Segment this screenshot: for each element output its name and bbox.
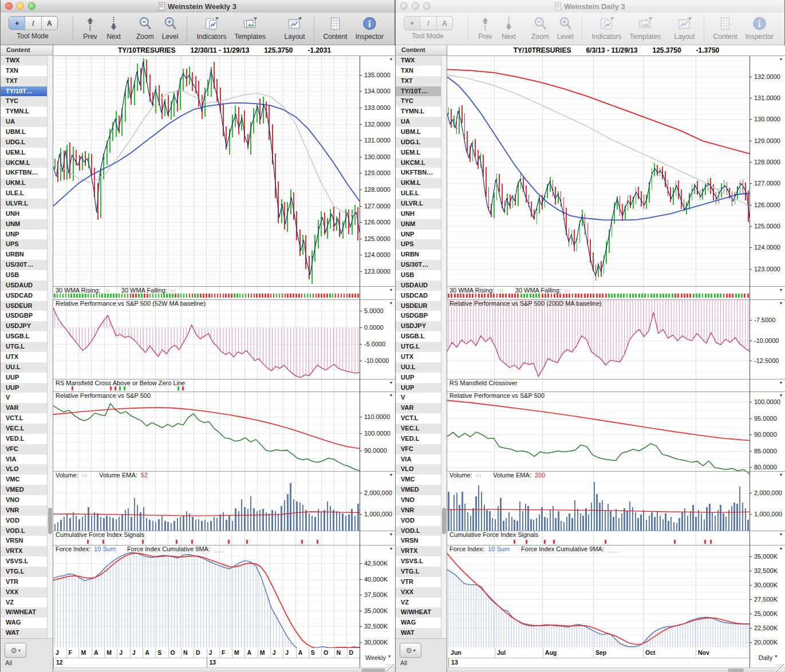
sidebar-item-wat[interactable]: WAT	[1, 628, 47, 638]
tool-line-segment[interactable]: /	[25, 17, 41, 30]
pane-options-arrow[interactable]: ▾	[780, 393, 782, 398]
sidebar-item-usgb-l[interactable]: USGB.L	[396, 331, 441, 342]
tool-crosshair-segment[interactable]: +	[404, 17, 420, 30]
sidebar-item-vod[interactable]: VOD	[1, 516, 47, 526]
sidebar-item-unp[interactable]: UNP	[396, 230, 441, 240]
sidebar-item-vnr[interactable]: VNR	[396, 505, 441, 516]
sidebar-item-ulvr-l[interactable]: ULVR.L	[396, 199, 441, 209]
sidebar-item-vz[interactable]: VZ	[1, 598, 47, 608]
sidebar-item-vz[interactable]: VZ	[396, 598, 441, 608]
prev-button[interactable]: Prev	[78, 15, 102, 45]
resize-grip[interactable]	[776, 664, 784, 671]
sidebar-item-ubm-l[interactable]: UBM.L	[396, 127, 441, 137]
sidebar-item-ua[interactable]: UA	[396, 117, 441, 127]
pane-options-arrow[interactable]: ▾	[390, 380, 392, 385]
sidebar-item-udg-l[interactable]: UDG.L	[1, 137, 47, 148]
sidebar-item-ukcm-l[interactable]: UKCM.L	[1, 158, 47, 168]
sidebar-item-wag[interactable]: WAG	[396, 618, 441, 628]
pane-options-arrow[interactable]: ▾	[780, 472, 782, 477]
sidebar-item-var[interactable]: VAR	[396, 403, 441, 413]
sidebar-item-v[interactable]: V	[1, 393, 47, 403]
sidebar-item-vtg-l[interactable]: VTG.L	[396, 567, 441, 577]
sidebar-item-us-30t-[interactable]: US/30T…	[396, 260, 441, 270]
templates-button[interactable]: Templates	[625, 15, 665, 45]
sidebar-item-vrsn[interactable]: VRSN	[396, 536, 441, 546]
indicators-button[interactable]: Indicators	[192, 15, 230, 45]
sidebar-item-vno[interactable]: VNO	[1, 495, 47, 505]
content-button[interactable]: Content	[319, 15, 352, 45]
sidebar-scrollbar[interactable]	[47, 56, 53, 638]
sidebar-item-ups[interactable]: UPS	[396, 239, 441, 250]
sidebar-item-via[interactable]: VIA	[1, 454, 47, 465]
sidebar-item-usb[interactable]: USB	[396, 270, 441, 280]
sidebar-item-vct-l[interactable]: VCT.L	[1, 413, 47, 424]
sidebar-item-vfc[interactable]: VFC	[1, 444, 47, 454]
sidebar-item-ty-10t-[interactable]: TY/10T…	[396, 86, 441, 97]
sidebar-item-vmc[interactable]: VMC	[396, 475, 441, 485]
sidebar-item-usdcad[interactable]: USDCAD	[396, 291, 441, 301]
sidebar-item-urbn[interactable]: URBN	[1, 250, 47, 260]
sidebar-item-unm[interactable]: UNM	[396, 219, 441, 230]
pane-options-arrow[interactable]: ▾	[390, 301, 392, 306]
sidebar-item-vct-l[interactable]: VCT.L	[396, 413, 441, 424]
sidebar-item-unh[interactable]: UNH	[396, 209, 441, 219]
sidebar-item-w-wheat[interactable]: W/WHEAT	[396, 607, 441, 618]
sidebar-item-ukftbn-[interactable]: UKFTBN…	[396, 168, 441, 178]
tool-line-segment[interactable]: /	[420, 17, 436, 30]
titlebar[interactable]: Weinstein Daily 3	[396, 0, 784, 13]
sidebar-item-ups[interactable]: UPS	[1, 239, 47, 250]
sidebar-item-unp[interactable]: UNP	[1, 230, 47, 240]
horizontal-scrollbar[interactable]	[53, 667, 396, 672]
sidebar-item-txt[interactable]: TXT	[396, 76, 441, 86]
pane-options-arrow[interactable]: ▾	[390, 287, 392, 292]
sidebar-item-vod-l[interactable]: VOD.L	[1, 526, 47, 536]
tool-text-segment[interactable]: A	[437, 17, 452, 30]
sidebar-item-vod[interactable]: VOD	[396, 516, 441, 526]
pane-options-arrow[interactable]: ▾	[780, 287, 782, 292]
sidebar-item-usdjpy[interactable]: USDJPY	[396, 321, 441, 331]
sidebar-item-vsvs-l[interactable]: VSVS.L	[396, 556, 441, 567]
sidebar-item-vlo[interactable]: VLO	[1, 464, 47, 475]
inspector-button[interactable]: Inspector	[741, 15, 778, 45]
sidebar-item-var[interactable]: VAR	[1, 403, 47, 413]
pane-options-arrow[interactable]: ▾	[780, 532, 782, 537]
sidebar-item-vrtx[interactable]: VRTX	[1, 546, 47, 556]
sidebar-item-vfc[interactable]: VFC	[396, 444, 441, 454]
sidebar-item-vsvs-l[interactable]: VSVS.L	[1, 556, 47, 567]
sidebar-item-usdaud[interactable]: USDAUD	[1, 280, 47, 291]
sidebar-item-utx[interactable]: UTX	[396, 352, 441, 362]
sidebar-item-usdgbp[interactable]: USDGBP	[396, 311, 441, 321]
next-button[interactable]: Next	[497, 15, 520, 45]
sidebar-item-unm[interactable]: UNM	[1, 219, 47, 230]
sidebar-item-txt[interactable]: TXT	[1, 76, 47, 86]
content-button[interactable]: Content	[709, 15, 741, 45]
pane-options-arrow[interactable]: ▾	[390, 532, 392, 537]
sidebar-item-usdcad[interactable]: USDCAD	[1, 291, 47, 301]
sidebar-item-ved-l[interactable]: VED.L	[396, 434, 441, 444]
sidebar-item-vod-l[interactable]: VOD.L	[396, 526, 441, 536]
templates-button[interactable]: Templates	[230, 15, 270, 45]
chart-panes[interactable]: 132.0000131.0000130.0000129.0000128.0000…	[447, 56, 785, 648]
sidebar-item-v[interactable]: V	[396, 393, 441, 403]
layout-button[interactable]: Layout	[281, 15, 309, 45]
sidebar-item-usdeur[interactable]: USDEUR	[396, 301, 441, 311]
sidebar-item-udg-l[interactable]: UDG.L	[396, 137, 441, 148]
sidebar-item-vec-l[interactable]: VEC.L	[396, 424, 441, 434]
pane-options-arrow[interactable]: ▾	[780, 380, 782, 385]
sidebar-item-uup[interactable]: UUP	[396, 373, 441, 383]
zoom-button[interactable]: Zoom	[132, 15, 158, 45]
sidebar-item-vnr[interactable]: VNR	[1, 505, 47, 516]
pane-options-arrow[interactable]: ▾	[780, 301, 782, 306]
sidebar-item-ved-l[interactable]: VED.L	[1, 434, 47, 444]
sidebar-item-ubm-l[interactable]: UBM.L	[1, 127, 47, 137]
sidebar-item-tymn-l[interactable]: TYMN.L	[396, 106, 441, 117]
next-button[interactable]: Next	[102, 15, 125, 45]
sidebar-item-usb[interactable]: USB	[1, 270, 47, 280]
tool-crosshair-segment[interactable]: +	[9, 17, 25, 30]
sidebar-item-vtg-l[interactable]: VTG.L	[1, 567, 47, 577]
sidebar-item-ulvr-l[interactable]: ULVR.L	[1, 199, 47, 209]
level-button[interactable]: Level	[158, 15, 183, 45]
sidebar-item-wat[interactable]: WAT	[396, 628, 441, 638]
sidebar-item-uup[interactable]: UUP	[1, 383, 47, 393]
resize-grip[interactable]	[386, 664, 394, 671]
